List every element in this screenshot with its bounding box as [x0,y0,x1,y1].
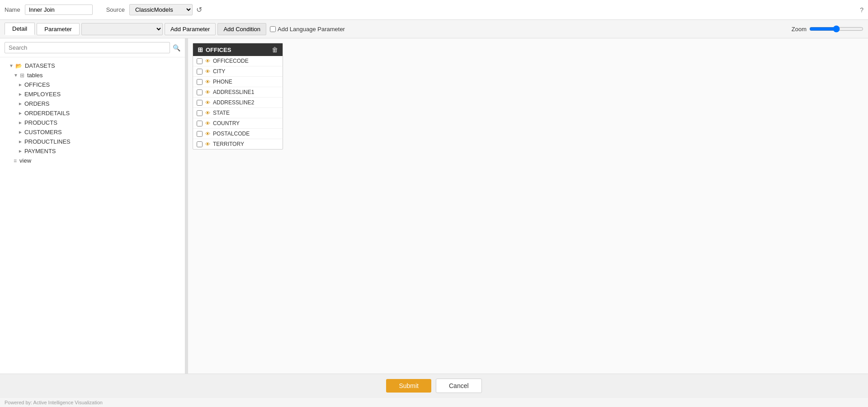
top-bar: Name Source ClassicModels ↺ ? [0,0,868,20]
expand-arrow: ► [18,130,23,135]
offices-label: OFFICES [24,81,50,88]
officecode-checkbox[interactable] [197,58,203,64]
tree-item-tables[interactable]: ▼ ⊞ tables [0,70,185,80]
expand-arrow: ▼ [9,63,14,68]
table-header: ⊞ OFFICES 🗑 [193,43,283,56]
state-checkbox[interactable] [197,110,203,116]
tree-item-employees[interactable]: ► EMPLOYEES [0,89,185,99]
expand-arrow: ► [18,111,23,116]
expand-arrow: ► [18,139,23,144]
table-row: 👁 ADDRESSLINE2 [193,98,283,108]
add-language-param-label: Add Language Parameter [278,26,345,33]
tree-item-products[interactable]: ► PRODUCTS [0,118,185,127]
add-parameter-button[interactable]: Add Parameter [165,23,216,35]
phone-checkbox[interactable] [197,79,203,85]
search-wrap: 🔍 [0,38,185,57]
eye-icon: 👁 [205,131,210,136]
payments-label: PAYMENTS [24,148,56,154]
table-row: 👁 TERRITORY [193,139,283,149]
tree-item-customers[interactable]: ► CUSTOMERS [0,127,185,137]
table-row: 👁 CITY [193,66,283,77]
add-condition-button[interactable]: Add Condition [217,23,266,35]
expand-arrow: ► [18,101,23,106]
eye-icon: 👁 [205,89,210,95]
country-checkbox[interactable] [197,121,203,126]
datasets-label: DATASETS [25,62,55,69]
tab-dropdown[interactable] [81,23,163,35]
source-select-wrap: ClassicModels ↺ [129,4,204,15]
cancel-button[interactable]: Cancel [436,379,482,393]
orderdetails-label: ORDERDETAILS [24,110,70,117]
table-row: 👁 ADDRESSLINE1 [193,87,283,98]
parameter-tab[interactable]: Parameter [37,23,80,35]
tab-select-wrap [81,23,163,35]
tree-item-orders[interactable]: ► ORDERS [0,99,185,108]
col-officecode: OFFICECODE [213,58,249,64]
table-row: 👁 COUNTRY [193,118,283,129]
delete-table-button[interactable]: 🗑 [272,46,278,53]
employees-label: EMPLOYEES [24,91,61,98]
table-row: 👁 POSTALCODE [193,129,283,139]
source-select[interactable]: ClassicModels [129,4,193,15]
main-content: 🔍 ▼ 📂 DATASETS ▼ ⊞ tables ► OFFICES ► EM… [0,38,868,374]
tree-item-offices[interactable]: ► OFFICES [0,80,185,89]
tree-item-payments[interactable]: ► PAYMENTS [0,146,185,156]
search-input[interactable] [5,42,170,53]
expand-arrow: ► [18,82,23,87]
orders-label: ORDERS [24,100,50,107]
detail-tab[interactable]: Detail [5,23,35,35]
help-button[interactable]: ? [860,6,863,14]
col-country: COUNTRY [213,120,240,126]
territory-checkbox[interactable] [197,141,203,147]
city-checkbox[interactable] [197,69,203,75]
zoom-slider[interactable] [809,25,863,33]
submit-button[interactable]: Submit [386,379,431,393]
tree-item-view[interactable]: ≡ view [0,156,185,165]
addressline1-checkbox[interactable] [197,89,203,95]
lang-param-wrap: Add Language Parameter [270,26,345,33]
bottom-bar: Submit Cancel [0,374,868,398]
col-state: STATE [213,110,230,116]
expand-arrow: ► [18,92,23,97]
col-addressline1: ADDRESSLINE1 [213,89,254,95]
eye-icon: 👁 [205,141,210,147]
sidebar: 🔍 ▼ 📂 DATASETS ▼ ⊞ tables ► OFFICES ► EM… [0,38,185,374]
col-phone: PHONE [213,79,232,85]
powered-by: Powered by: Active Intelligence Visualiz… [0,398,868,407]
view-icon: ≡ [14,158,17,164]
refresh-button[interactable]: ↺ [194,5,204,15]
eye-icon: 👁 [205,110,210,116]
eye-icon: 👁 [205,100,210,105]
expand-arrow: ▼ [14,73,18,78]
table-row: 👁 PHONE [193,77,283,87]
col-addressline2: ADDRESSLINE2 [213,99,254,106]
table-header-left: ⊞ OFFICES [198,46,231,53]
postalcode-checkbox[interactable] [197,131,203,137]
customers-label: CUSTOMERS [24,129,62,136]
eye-icon: 👁 [205,69,210,74]
col-postalcode: POSTALCODE [213,131,250,137]
name-input[interactable] [25,5,93,15]
col-territory: TERRITORY [213,141,244,147]
zoom-label: Zoom [792,26,807,33]
tree: ▼ 📂 DATASETS ▼ ⊞ tables ► OFFICES ► EMPL… [0,57,185,374]
zoom-wrap: Zoom [792,25,863,33]
folder-icon: 📂 [15,63,22,69]
table-group-icon: ⊞ [20,72,24,79]
tree-item-productlines[interactable]: ► PRODUCTLINES [0,137,185,146]
table-name: OFFICES [206,47,231,53]
table-row: 👁 OFFICECODE [193,56,283,66]
view-label: view [19,157,31,164]
name-label: Name [5,6,20,13]
tree-item-datasets[interactable]: ▼ 📂 DATASETS [0,61,185,70]
col-city: CITY [213,68,225,75]
toolbar: Detail Parameter Add Parameter Add Condi… [0,20,868,38]
tree-item-orderdetails[interactable]: ► ORDERDETAILS [0,108,185,118]
addressline2-checkbox[interactable] [197,100,203,106]
table-grid-icon: ⊞ [198,46,203,53]
search-icon: 🔍 [173,44,180,51]
eye-icon: 👁 [205,58,210,64]
add-language-param-checkbox[interactable] [270,26,276,32]
expand-arrow: ► [18,149,23,154]
offices-table-card: ⊞ OFFICES 🗑 👁 OFFICECODE 👁 CITY 👁 PHONE [193,43,283,150]
